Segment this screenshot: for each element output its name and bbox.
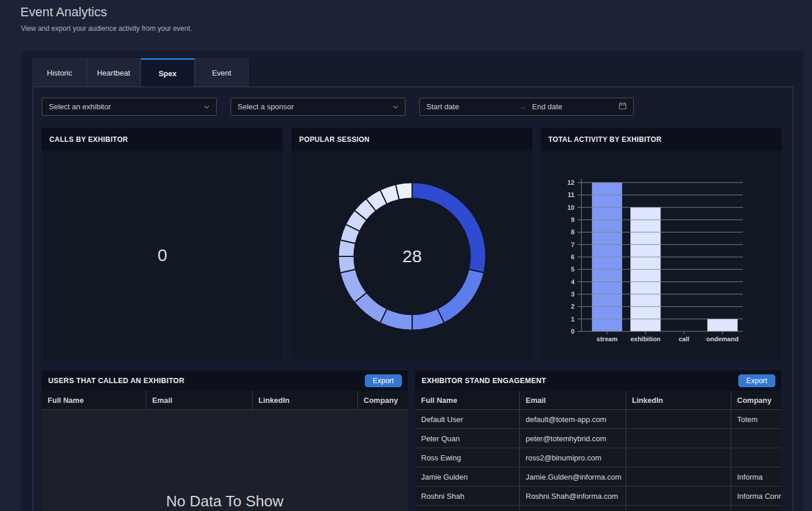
event-analytics-page: { "page": { "title": "Event Analytics", … — [0, 0, 812, 511]
tab-label: Event — [212, 69, 231, 77]
cell-email: default@totem-app.com — [520, 410, 626, 428]
export-button[interactable]: Export — [365, 374, 402, 387]
exhibitor-select-placeholder: Select an exhibitor — [49, 102, 111, 111]
cell-company — [731, 429, 781, 448]
tab-heartbeat[interactable]: Heartbeat — [87, 58, 141, 87]
y-tick-label: 3 — [571, 291, 574, 298]
donut-segment — [396, 183, 412, 200]
calendar-icon — [619, 102, 627, 112]
tab-event[interactable]: Event — [195, 58, 249, 87]
stand-engagement-table: EXHIBITOR STAND ENGAGEMENT Export Full N… — [415, 370, 781, 511]
column-header: LinkedIn — [253, 391, 358, 409]
y-tick-label: 7 — [571, 241, 574, 248]
y-tick-label: 8 — [571, 228, 574, 235]
table-row: Peter Quanpeter@totemhybrid.com — [415, 429, 781, 448]
x-tick-label: ondemand — [706, 335, 739, 342]
column-header: Company — [731, 391, 781, 409]
cell-company: Totem — [731, 410, 781, 428]
empty-table-body: No Data To Show — [42, 410, 408, 511]
sponsor-select-placeholder: Select a sponsor — [238, 102, 294, 111]
cell-email — [520, 506, 626, 511]
donut-center-value: 28 — [403, 246, 422, 266]
tab-spex[interactable]: Spex — [141, 58, 195, 87]
donut-chart: 28 — [292, 151, 533, 359]
card-title: CALLS BY EXHIBITOR — [42, 128, 283, 151]
column-header: Company — [358, 391, 408, 409]
sponsor-select[interactable]: Select a sponsor — [231, 98, 405, 116]
start-date-input[interactable]: Start date — [426, 102, 513, 111]
card-title: POPULAR SESSION — [292, 128, 533, 151]
table-row: Roshni ShahRoshni.Shah@informa.comInform… — [415, 487, 781, 506]
total-activity-card: TOTAL ACTIVITY BY EXHIBITOR 012345678910… — [541, 128, 782, 359]
x-tick-label: exhibition — [630, 335, 660, 342]
cell-full-name: Ross Ewing — [415, 448, 520, 467]
donut-segment — [412, 309, 444, 330]
cell-linkedin — [626, 410, 731, 428]
bar-chart: 0123456789101112streamexhibitioncallonde… — [541, 151, 782, 359]
column-header: Email — [146, 391, 253, 409]
cell-company — [731, 506, 781, 511]
date-range-picker[interactable]: Start date → End date — [419, 98, 634, 116]
cell-company: Informa — [731, 467, 781, 486]
table-row-partial — [415, 506, 781, 511]
tab-label: Heartbeat — [97, 69, 130, 77]
table-title: EXHIBITOR STAND ENGAGEMENT — [422, 377, 546, 385]
table-header-row: Full Name Email LinkedIn Company — [42, 391, 408, 410]
cell-linkedin — [626, 487, 731, 505]
y-tick-label: 11 — [567, 191, 574, 198]
page-title: Event Analytics — [20, 5, 107, 20]
cell-full-name: Default User — [415, 410, 520, 428]
cell-company — [731, 448, 781, 467]
cell-email: ross2@binumipro.com — [520, 448, 626, 467]
y-tick-label: 12 — [567, 179, 574, 186]
column-header: Email — [520, 391, 626, 409]
cell-full-name: Jamie Gulden — [415, 467, 520, 486]
chevron-down-icon — [393, 105, 398, 109]
y-tick-label: 4 — [571, 278, 575, 285]
donut-segment — [437, 269, 484, 323]
donut-segment — [412, 183, 486, 273]
y-tick-label: 2 — [571, 303, 574, 310]
cell-email: peter@totemhybrid.com — [520, 429, 626, 448]
cell-email: Roshni.Shah@informa.com — [520, 487, 626, 505]
table-body: Default Userdefault@totem-app.comTotemPe… — [415, 410, 781, 511]
column-header: LinkedIn — [626, 391, 731, 409]
cell-email: Jamie.Gulden@informa.com — [520, 467, 626, 486]
tab-historic[interactable]: Historic — [33, 58, 87, 87]
y-tick-label: 5 — [571, 266, 574, 273]
tab-label: Spex — [159, 69, 177, 78]
table-row: Jamie GuldenJamie.Gulden@informa.comInfo… — [415, 467, 781, 487]
arrow-right-icon: → — [519, 102, 526, 111]
table-title: USERS THAT CALLED AN EXHIBITOR — [48, 377, 184, 385]
popular-session-card: POPULAR SESSION 28 — [292, 128, 533, 359]
y-tick-label: 9 — [571, 216, 574, 223]
page-subtitle: View and export your audience activity f… — [21, 24, 192, 33]
cell-company: Informa Connect — [731, 487, 781, 505]
calls-by-exhibitor-card: CALLS BY EXHIBITOR 0 — [42, 128, 283, 359]
end-date-input[interactable]: End date — [532, 102, 619, 111]
cell-linkedin — [626, 429, 731, 448]
y-tick-label: 1 — [571, 316, 574, 323]
y-tick-label: 0 — [571, 328, 574, 335]
cell-full-name: Peter Quan — [415, 429, 520, 448]
exhibitor-select[interactable]: Select an exhibitor — [42, 98, 217, 116]
cell-full-name: Roshni Shah — [415, 487, 520, 505]
cell-linkedin — [626, 448, 731, 467]
table-row: Ross Ewingross2@binumipro.com — [415, 448, 781, 467]
cell-linkedin — [626, 467, 731, 486]
cell-full-name — [415, 506, 520, 511]
calls-count-value: 0 — [42, 151, 283, 359]
bar — [707, 319, 738, 331]
donut-segment — [339, 256, 356, 273]
y-tick-label: 10 — [567, 204, 574, 211]
users-called-table: USERS THAT CALLED AN EXHIBITOR Export Fu… — [42, 370, 408, 511]
table-header-row: Full Name Email LinkedIn Company — [415, 391, 781, 410]
table-row: Default Userdefault@totem-app.comTotem — [415, 410, 781, 429]
no-data-message: No Data To Show — [42, 492, 408, 510]
x-tick-label: stream — [597, 335, 617, 342]
cell-linkedin — [626, 506, 731, 511]
tab-label: Historic — [47, 69, 72, 77]
column-header: Full Name — [42, 391, 146, 409]
chevron-down-icon — [204, 105, 210, 109]
export-button[interactable]: Export — [738, 374, 775, 387]
